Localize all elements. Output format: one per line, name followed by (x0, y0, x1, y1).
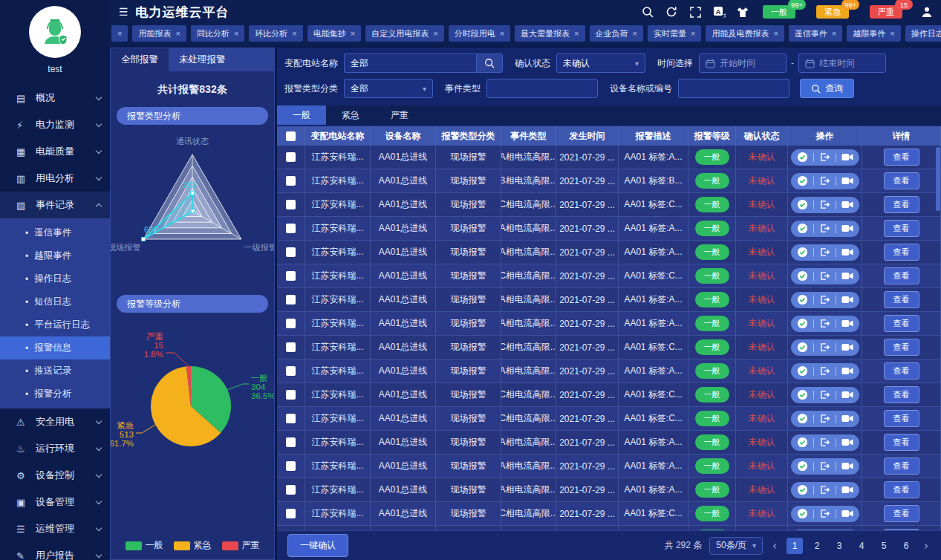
tab-遥信事件[interactable]: 遥信事件× (789, 25, 842, 42)
video-action-icon[interactable] (841, 343, 853, 351)
tab-用能及电费报表[interactable]: 用能及电费报表× (706, 25, 784, 42)
row-checkbox[interactable] (286, 295, 296, 305)
sidebar-item-概况[interactable]: ▤概况 (0, 85, 110, 111)
row-checkbox[interactable] (286, 271, 296, 281)
sidebar-subitem-报警信息[interactable]: •报警信息 (0, 336, 110, 359)
confirm-action-icon[interactable] (797, 175, 808, 186)
search-icon[interactable] (641, 5, 654, 19)
sidebar-subitem-操作日志[interactable]: •操作日志 (0, 267, 110, 290)
export-action-icon[interactable] (819, 295, 830, 305)
video-action-icon[interactable] (841, 462, 853, 470)
stats-tab-全部报警[interactable]: 全部报警 (111, 48, 169, 71)
tab-企业负荷[interactable]: 企业负荷× (590, 25, 643, 42)
station-search-button[interactable] (476, 53, 503, 73)
confirm-action-icon[interactable] (797, 247, 808, 258)
view-detail-button[interactable]: 查看 (884, 339, 919, 356)
close-icon[interactable]: × (890, 29, 894, 38)
refresh-icon[interactable] (665, 5, 678, 19)
confirm-action-icon[interactable] (797, 294, 808, 305)
video-action-icon[interactable] (841, 438, 853, 446)
export-action-icon[interactable] (819, 366, 830, 376)
export-action-icon[interactable] (819, 319, 830, 328)
confirm-action-icon[interactable] (797, 318, 808, 329)
view-detail-button[interactable]: 查看 (884, 434, 919, 451)
sidebar-subitem-短信日志[interactable]: •短信日志 (0, 290, 110, 313)
export-action-icon[interactable] (819, 390, 830, 400)
video-action-icon[interactable] (841, 486, 853, 494)
view-detail-button[interactable]: 查看 (884, 267, 919, 284)
tab-最大需量报表[interactable]: 最大需量报表× (515, 25, 585, 42)
row-checkbox[interactable] (286, 200, 296, 209)
query-button[interactable]: 查询 (800, 79, 854, 98)
theme-icon[interactable] (736, 5, 749, 19)
export-action-icon[interactable] (819, 414, 830, 423)
row-checkbox[interactable] (286, 509, 296, 518)
video-action-icon[interactable] (841, 319, 853, 328)
export-action-icon[interactable] (819, 247, 830, 257)
severity-tab-一般[interactable]: 一般 (277, 105, 326, 125)
video-action-icon[interactable] (841, 224, 853, 232)
page-number-3[interactable]: 3 (831, 538, 847, 554)
page-number-5[interactable]: 5 (876, 538, 892, 554)
view-detail-button[interactable]: 查看 (884, 458, 919, 475)
translate-icon[interactable]: A文 (712, 5, 726, 19)
alarm-badge-一般[interactable]: 一般99+ (763, 5, 795, 19)
table-scrollbar[interactable] (936, 147, 940, 211)
sidebar-subitem-遥信事件[interactable]: •遥信事件 (0, 221, 110, 244)
start-time-input[interactable]: 开始时间 (699, 53, 787, 73)
row-checkbox[interactable] (286, 247, 296, 257)
close-icon[interactable]: × (633, 29, 637, 38)
alarm-category-select[interactable]: 全部 ▾ (344, 79, 433, 98)
export-action-icon[interactable] (819, 342, 830, 352)
sidebar-item-用户报告[interactable]: ✎用户报告 (0, 542, 110, 560)
close-icon[interactable]: × (292, 29, 296, 38)
confirm-action-icon[interactable] (797, 413, 808, 424)
row-checkbox[interactable] (286, 342, 296, 352)
row-checkbox[interactable] (286, 319, 296, 328)
next-page-icon[interactable]: › (922, 539, 931, 553)
menu-toggle-icon[interactable]: ☰ (119, 6, 128, 18)
tab-电能集抄[interactable]: 电能集抄× (307, 25, 361, 42)
view-detail-button[interactable]: 查看 (884, 196, 919, 213)
select-all-checkbox[interactable] (286, 131, 296, 141)
view-detail-button[interactable]: 查看 (884, 291, 919, 308)
sidebar-subitem-推送记录[interactable]: •推送记录 (0, 359, 110, 382)
close-icon[interactable]: × (117, 29, 122, 38)
close-icon[interactable]: × (773, 29, 778, 38)
confirm-action-icon[interactable] (797, 199, 808, 210)
export-action-icon[interactable] (819, 176, 830, 186)
event-type-input[interactable] (486, 79, 598, 98)
tab-分时段用电[interactable]: 分时段用电× (449, 25, 510, 42)
page-number-1[interactable]: 1 (787, 538, 803, 554)
video-action-icon[interactable] (841, 367, 853, 375)
view-detail-button[interactable]: 查看 (884, 362, 919, 380)
close-icon[interactable]: × (351, 29, 355, 38)
sidebar-subitem-越限事件[interactable]: •越限事件 (0, 244, 110, 267)
row-checkbox[interactable] (286, 152, 296, 162)
page-size-select[interactable]: 50条/页 ▾ (709, 537, 763, 555)
sidebar-item-设备管理[interactable]: ▣设备管理 (0, 489, 110, 515)
view-detail-button[interactable]: 查看 (884, 481, 919, 498)
view-detail-button[interactable]: 查看 (884, 410, 919, 427)
confirm-action-icon[interactable] (797, 223, 808, 234)
sidebar-item-安全用电[interactable]: ⚠安全用电 (0, 408, 110, 435)
sidebar-item-事件记录[interactable]: ▧事件记录 (0, 192, 110, 218)
fullscreen-icon[interactable] (688, 5, 702, 19)
row-checkbox[interactable] (286, 461, 296, 471)
video-action-icon[interactable] (841, 272, 853, 280)
confirm-action-icon[interactable] (797, 342, 808, 353)
prev-page-icon[interactable]: ‹ (770, 539, 779, 553)
close-icon[interactable]: × (175, 29, 180, 38)
alarm-badge-紧急[interactable]: 紧急99+ (816, 5, 849, 19)
sidebar-item-设备控制[interactable]: ⚙设备控制 (0, 462, 110, 489)
row-checkbox[interactable] (286, 176, 296, 186)
tab-越限事件[interactable]: 越限事件× (847, 25, 900, 42)
row-checkbox[interactable] (286, 366, 296, 376)
tab-用能报表[interactable]: 用能报表× (132, 25, 186, 42)
tab-环比分析[interactable]: 环比分析× (249, 25, 302, 42)
export-action-icon[interactable] (819, 461, 830, 471)
tab-操作日志[interactable]: 操作日志× (905, 25, 941, 42)
export-action-icon[interactable] (819, 224, 830, 233)
confirm-action-icon[interactable] (797, 365, 808, 377)
view-detail-button[interactable]: 查看 (884, 386, 919, 403)
